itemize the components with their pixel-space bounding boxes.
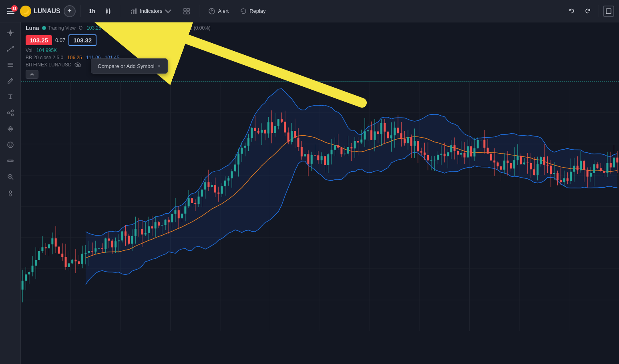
sidebar	[0, 22, 21, 364]
alert-button[interactable]: Alert	[204, 5, 233, 17]
pin-icon	[7, 189, 14, 196]
svg-point-38	[8, 142, 13, 148]
redo-button[interactable]	[581, 4, 595, 18]
eye-slash-icon[interactable]	[74, 62, 81, 67]
filters-icon	[7, 125, 14, 132]
notification-badge: 11	[11, 5, 18, 12]
topbar-right-actions	[565, 4, 614, 18]
svg-point-29	[11, 114, 13, 116]
svg-rect-15	[606, 9, 611, 14]
svg-line-30	[9, 111, 12, 112]
main-chart-area: Luna Trading View O 103.25 H 103.89 L 10…	[21, 22, 619, 364]
divider-2	[121, 5, 121, 17]
sidebar-item-zoom[interactable]	[3, 170, 18, 184]
candlestick-icon	[105, 7, 113, 15]
chart-type-button[interactable]	[102, 6, 116, 17]
change-value: 0.00 (0.00%)	[183, 25, 211, 31]
divider-4	[599, 5, 599, 17]
compare-tooltip: Compare or Add Symbol ×	[91, 58, 168, 74]
sidebar-item-ruler[interactable]	[3, 154, 18, 168]
svg-rect-12	[187, 12, 189, 14]
symbol-logo-icon: 🌙	[20, 6, 31, 17]
compare-close-button[interactable]: ×	[158, 63, 161, 69]
svg-rect-3	[109, 10, 110, 13]
timeframe-button[interactable]: 1h	[86, 6, 98, 16]
compare-tooltip-text: Compare or Add Symbol	[98, 63, 155, 69]
crosshair-icon	[7, 29, 14, 36]
bb-label: BB 20 close 2.5 0	[26, 55, 63, 60]
replay-label: Replay	[249, 8, 265, 14]
svg-point-50	[9, 191, 12, 193]
divider-3	[199, 5, 199, 17]
sidebar-item-pin[interactable]	[3, 186, 18, 200]
sidebar-item-draw[interactable]	[3, 74, 18, 88]
alert-icon	[208, 8, 215, 15]
horizontal-lines-icon	[7, 61, 14, 68]
trading-chart-canvas[interactable]	[21, 82, 619, 331]
l-label: L	[131, 25, 134, 31]
sidebar-item-text[interactable]	[3, 90, 18, 104]
fullscreen-button[interactable]	[603, 6, 614, 17]
o-value: 103.25	[86, 25, 101, 31]
pencil-icon	[7, 77, 14, 84]
undo-button[interactable]	[565, 4, 579, 18]
replay-icon	[240, 8, 247, 15]
svg-point-40	[11, 144, 12, 144]
sidebar-item-h-lines[interactable]	[3, 58, 18, 72]
svg-rect-7	[133, 10, 135, 14]
symbol-name[interactable]: LUNAUS	[34, 8, 60, 15]
tv-dot	[42, 26, 46, 30]
layout-button[interactable]	[179, 5, 194, 17]
hamburger-button[interactable]: 11	[5, 6, 17, 16]
nodes-icon	[7, 109, 14, 116]
svg-point-39	[9, 144, 10, 144]
svg-point-32	[8, 128, 10, 130]
svg-point-27	[7, 112, 9, 114]
svg-line-31	[9, 113, 12, 114]
indicators-chevron-icon	[165, 8, 172, 15]
alert-label: Alert	[218, 8, 229, 14]
price-row: 103.25 0.07 103.32	[21, 34, 619, 47]
trading-view-label: Trading View	[42, 25, 75, 31]
vol-label: Vol	[26, 48, 32, 53]
bb-val1: 106.25	[67, 55, 82, 60]
h-label: H	[105, 25, 109, 31]
indicators-icon	[130, 8, 137, 15]
ruler-icon	[7, 157, 14, 164]
svg-point-33	[10, 126, 11, 128]
svg-rect-9	[184, 8, 186, 11]
plus-icon: +	[67, 7, 72, 15]
collapse-button[interactable]	[26, 70, 38, 79]
indicators-label: Indicators	[140, 8, 162, 14]
redo-icon	[584, 8, 591, 15]
fullscreen-icon	[606, 8, 611, 14]
svg-line-25	[11, 79, 12, 80]
symbol-full-name: Luna	[26, 25, 39, 31]
sidebar-item-emoji[interactable]	[3, 138, 18, 152]
l-value: 103.08	[138, 25, 153, 31]
price-level-line	[21, 81, 619, 82]
svg-rect-11	[184, 12, 186, 14]
sidebar-item-filters[interactable]	[3, 122, 18, 136]
volume-row: Vol 104.995K	[21, 47, 619, 54]
sidebar-item-line[interactable]	[3, 42, 18, 56]
ohlc-values: O 103.25 H 103.89 L 103.08 C 103.25 0.00…	[79, 25, 211, 31]
symbol-section: 🌙 LUNAUS	[20, 6, 60, 17]
vol-value: 104.995K	[36, 48, 57, 53]
divider-1	[80, 5, 81, 17]
zoom-icon	[7, 173, 14, 180]
svg-point-28	[11, 110, 13, 112]
line-draw-icon	[7, 45, 14, 52]
current-price-badge: 103.25	[26, 35, 52, 45]
svg-rect-0	[106, 9, 107, 13]
svg-line-19	[8, 47, 13, 51]
indicators-button[interactable]: Indicators	[126, 5, 176, 17]
sidebar-item-crosshair[interactable]	[3, 26, 18, 40]
c-label: C	[157, 25, 161, 31]
replay-button[interactable]: Replay	[236, 5, 269, 17]
h-value: 103.89	[113, 25, 128, 31]
svg-point-20	[7, 50, 8, 52]
sidebar-item-nodes[interactable]	[3, 106, 18, 120]
svg-rect-10	[187, 8, 189, 11]
add-symbol-button[interactable]: +	[64, 5, 76, 17]
